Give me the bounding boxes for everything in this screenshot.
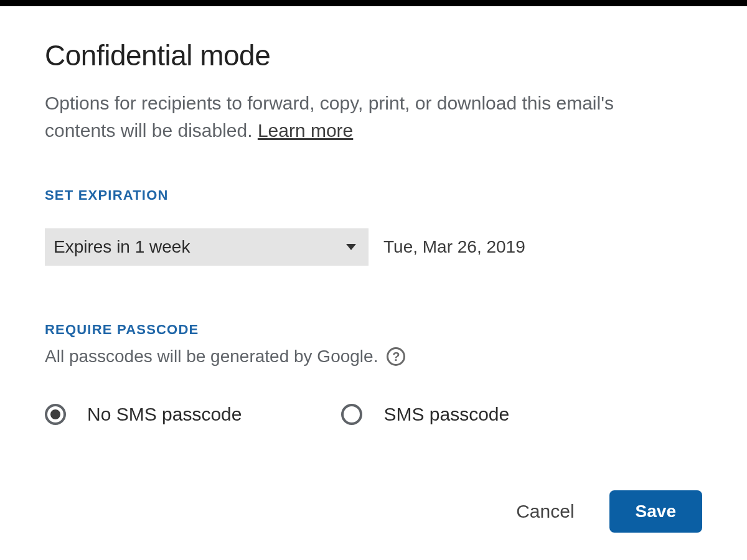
radio-inner-dot-icon xyxy=(50,409,60,419)
expiration-row: Expires in 1 week Tue, Mar 26, 2019 xyxy=(45,228,702,266)
caret-down-icon xyxy=(346,244,356,250)
radio-unselected-icon xyxy=(341,404,362,425)
help-icon[interactable]: ? xyxy=(387,347,405,366)
passcode-note-row: All passcodes will be generated by Googl… xyxy=(45,347,702,366)
dialog-description: Options for recipients to forward, copy,… xyxy=(45,90,680,144)
expiration-section: SET EXPIRATION Expires in 1 week Tue, Ma… xyxy=(45,187,702,266)
confidential-mode-dialog: Confidential mode Options for recipients… xyxy=(0,0,747,560)
cancel-button[interactable]: Cancel xyxy=(512,496,578,527)
dialog-button-row: Cancel Save xyxy=(512,490,702,533)
passcode-section: REQUIRE PASSCODE All passcodes will be g… xyxy=(45,322,702,425)
radio-no-sms-passcode[interactable]: No SMS passcode xyxy=(45,404,242,425)
radio-sms-passcode[interactable]: SMS passcode xyxy=(341,404,509,425)
expiration-dropdown[interactable]: Expires in 1 week xyxy=(45,228,369,266)
expiration-dropdown-value: Expires in 1 week xyxy=(54,237,190,257)
learn-more-link[interactable]: Learn more xyxy=(258,120,353,141)
radio-label-sms: SMS passcode xyxy=(383,404,509,425)
expiration-section-label: SET EXPIRATION xyxy=(45,187,702,203)
radio-label-no-sms: No SMS passcode xyxy=(87,404,242,425)
radio-selected-icon xyxy=(45,404,66,425)
passcode-section-label: REQUIRE PASSCODE xyxy=(45,322,702,338)
expiration-date: Tue, Mar 26, 2019 xyxy=(383,237,525,257)
save-button[interactable]: Save xyxy=(609,490,702,533)
dialog-title: Confidential mode xyxy=(45,39,702,72)
passcode-radio-group: No SMS passcode SMS passcode xyxy=(45,404,702,425)
passcode-note: All passcodes will be generated by Googl… xyxy=(45,347,378,366)
